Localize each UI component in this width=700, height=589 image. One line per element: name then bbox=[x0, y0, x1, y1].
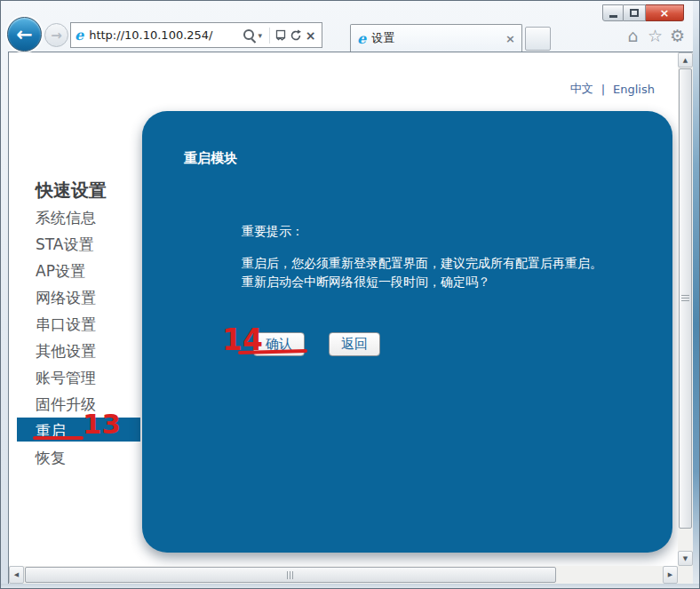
sidebar-item-ap-settings[interactable]: AP设置 bbox=[9, 258, 142, 284]
horizontal-scrollbar: ◀ ▶ bbox=[9, 566, 678, 584]
notice-message-line1: 重启后，您必须重新登录配置界面，建议完成所有配置后再重启。 bbox=[242, 254, 664, 273]
window-border-right bbox=[693, 1, 700, 589]
home-icon[interactable]: ⌂ bbox=[622, 26, 644, 45]
stop-icon[interactable]: × bbox=[303, 28, 318, 43]
panel-title: 重启模块 bbox=[184, 150, 237, 167]
vertical-scrollbar-thumb[interactable] bbox=[679, 68, 692, 529]
window-border-bottom bbox=[1, 584, 700, 589]
back-button[interactable]: ← bbox=[7, 17, 42, 52]
minimize-button[interactable] bbox=[602, 4, 624, 21]
window-controls: × bbox=[602, 4, 684, 21]
forward-button[interactable]: → bbox=[44, 23, 68, 47]
address-divider bbox=[269, 28, 270, 44]
scrollbar-grip bbox=[287, 571, 294, 579]
maximize-icon bbox=[630, 9, 639, 17]
annotation-underline-restart bbox=[33, 436, 84, 440]
sidebar-nav: 快速设置 系统信息 STA设置 AP设置 网络设置 串口设置 其他设置 账号管理… bbox=[9, 179, 142, 471]
sidebar-item-restore[interactable]: 恢复 bbox=[9, 444, 142, 471]
sidebar-item-serial-settings[interactable]: 串口设置 bbox=[9, 311, 142, 338]
notice-message: 重启后，您必须重新登录配置界面，建议完成所有配置后再重启。 重新启动会中断网络很… bbox=[242, 254, 664, 291]
tab-settings[interactable]: e 设置 × bbox=[350, 24, 522, 52]
language-separator: | bbox=[601, 83, 605, 96]
search-icon[interactable] bbox=[243, 28, 256, 42]
scroll-right-icon[interactable]: ▶ bbox=[663, 566, 678, 584]
language-link-english[interactable]: English bbox=[613, 83, 655, 96]
search-dropdown-icon[interactable]: ▾ bbox=[258, 31, 262, 40]
language-link-chinese[interactable]: 中文 bbox=[570, 81, 593, 97]
sidebar-item-firmware-upgrade[interactable]: 固件升级 bbox=[9, 391, 142, 418]
new-tab-button[interactable] bbox=[525, 27, 551, 51]
language-switch: 中文 | English bbox=[570, 81, 655, 97]
toolbar-icons: ⌂ ☆ ⚙ bbox=[622, 26, 688, 45]
url-text: http://10.10.100.254/ bbox=[89, 28, 243, 42]
scroll-down-icon[interactable]: ▼ bbox=[678, 551, 693, 566]
tab-close-icon[interactable]: × bbox=[505, 32, 515, 45]
maximize-button[interactable] bbox=[624, 4, 646, 21]
sidebar-item-sta-settings[interactable]: STA设置 bbox=[9, 231, 142, 258]
back-icon: ← bbox=[16, 23, 32, 45]
annotation-step-13: 13 bbox=[83, 410, 121, 438]
notice-label: 重要提示： bbox=[242, 224, 304, 240]
minimize-icon bbox=[609, 15, 617, 18]
browser-window: × ← → e http://10.10.100.254/ ▾ × e 设置 × bbox=[0, 0, 700, 589]
close-icon: × bbox=[660, 6, 670, 20]
tab-favicon: e bbox=[357, 30, 366, 47]
content-frame: 中文 | English 快速设置 系统信息 STA设置 AP设置 网络设置 串… bbox=[8, 52, 694, 585]
sidebar-item-other-settings[interactable]: 其他设置 bbox=[9, 338, 142, 364]
tab-title: 设置 bbox=[371, 30, 505, 46]
notice-message-line2: 重新启动会中断网络很短一段时间，确定吗？ bbox=[242, 273, 664, 291]
scrollbar-corner bbox=[678, 566, 693, 584]
gear-icon[interactable]: ⚙ bbox=[666, 26, 688, 45]
address-bar[interactable]: e http://10.10.100.254/ ▾ × bbox=[70, 22, 322, 48]
favorites-star-icon[interactable]: ☆ bbox=[644, 26, 666, 45]
scrollbar-grip bbox=[681, 295, 689, 302]
sidebar-item-account-mgmt[interactable]: 账号管理 bbox=[9, 364, 142, 391]
refresh-icon[interactable] bbox=[288, 28, 303, 43]
scroll-up-icon[interactable]: ▲ bbox=[678, 52, 693, 68]
close-button[interactable]: × bbox=[646, 4, 684, 21]
sidebar-item-restart[interactable]: 重启 bbox=[9, 418, 142, 444]
ie-favicon: e bbox=[75, 27, 84, 44]
scroll-left-icon[interactable]: ◀ bbox=[9, 566, 24, 584]
sidebar-item-quick-setup[interactable]: 快速设置 bbox=[9, 179, 142, 204]
sidebar-item-network-settings[interactable]: 网络设置 bbox=[9, 284, 142, 311]
page-viewport: 中文 | English 快速设置 系统信息 STA设置 AP设置 网络设置 串… bbox=[9, 52, 678, 566]
sidebar-item-system-info[interactable]: 系统信息 bbox=[9, 204, 142, 231]
forward-icon: → bbox=[51, 28, 62, 44]
vertical-scrollbar: ▲ ▼ bbox=[678, 52, 693, 566]
return-button[interactable]: 返回 bbox=[329, 332, 380, 356]
horizontal-scrollbar-thumb[interactable] bbox=[25, 567, 556, 583]
compatibility-view-icon[interactable] bbox=[273, 28, 288, 43]
